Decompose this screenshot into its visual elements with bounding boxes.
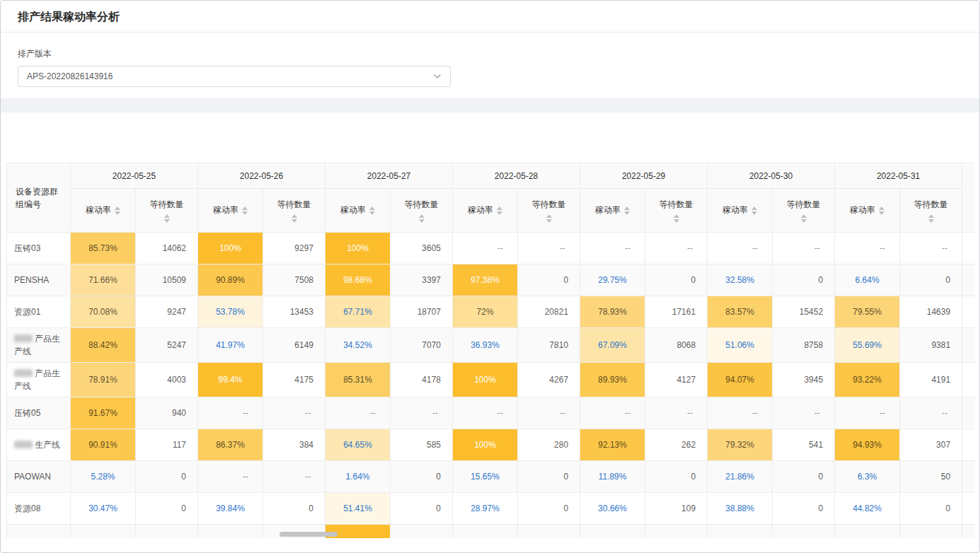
- wait-quantity-cell: 0: [263, 493, 325, 525]
- col-header-date: 2022-05-29: [580, 163, 708, 189]
- utilization-cell: 89.93%: [580, 363, 645, 397]
- utilization-cell: 55.69%: [835, 328, 900, 363]
- utilization-cell: 93.22%: [835, 363, 900, 397]
- col-header-rate[interactable]: 稼动率: [325, 189, 391, 233]
- col-header-rate[interactable]: 稼动率: [453, 189, 518, 233]
- utilization-cell: 100%: [453, 429, 518, 461]
- sort-icon[interactable]: [624, 206, 630, 215]
- utilization-cell: 53.78%: [198, 296, 263, 328]
- col-header-date: 2022-05-28: [453, 163, 580, 189]
- version-label: 排产版本: [18, 48, 962, 60]
- col-header-date: 2022-05-25: [71, 163, 198, 189]
- utilization-cell: 1.64%: [325, 461, 391, 493]
- overflow-cell: [962, 363, 975, 397]
- sort-icon[interactable]: [242, 206, 248, 215]
- sort-icon[interactable]: [751, 206, 757, 215]
- sort-icon[interactable]: [419, 214, 425, 223]
- utilization-table: 设备资源群组编号2022-05-252022-05-262022-05-2720…: [6, 163, 975, 538]
- page-title: 排产结果稼动率分析: [1, 1, 979, 26]
- col-header-rate[interactable]: 稼动率: [835, 189, 900, 233]
- utilization-cell: 5.28%: [71, 461, 136, 493]
- col-header-date: 2022-05-27: [325, 163, 453, 189]
- wait-quantity-cell: 50: [900, 461, 962, 493]
- utilization-cell: 92.13%: [580, 429, 645, 461]
- sort-icon[interactable]: [369, 206, 375, 215]
- col-header-rate[interactable]: 稼动率: [71, 189, 136, 233]
- wait-quantity-cell: 0: [518, 493, 580, 525]
- wait-quantity-cell: 0: [391, 461, 453, 493]
- col-header-rate[interactable]: 稼动率: [708, 189, 773, 233]
- utilization-cell: --: [835, 397, 900, 429]
- col-header-wait[interactable]: 等待数量: [645, 189, 708, 233]
- utilization-cell: --: [708, 233, 773, 264]
- wait-quantity-cell: 0: [900, 493, 962, 525]
- utilization-cell: 38.88%: [708, 493, 773, 525]
- row-header-device-group: 资源08: [7, 493, 71, 525]
- utilization-cell: 99.4%: [198, 363, 263, 397]
- utilization-cell: 30.47%: [71, 493, 136, 525]
- table-row: PAOWAN5.28%0----1.64%015.65%011.89%021.8…: [7, 461, 976, 493]
- sort-icon[interactable]: [928, 214, 934, 223]
- utilization-cell: 67.71%: [325, 296, 391, 328]
- wait-header-label: 等待数量: [150, 199, 184, 211]
- row-header-device-group: PAOWAN: [7, 461, 71, 493]
- wait-quantity-cell: 280: [518, 429, 580, 461]
- chevron-down-icon: [433, 72, 442, 81]
- wait-quantity-cell: 8758: [773, 328, 835, 363]
- col-header-wait[interactable]: 等待数量: [773, 189, 835, 233]
- col-header-wait[interactable]: 等待数量: [391, 189, 453, 233]
- utilization-cell: --: [198, 461, 263, 493]
- redacted-text: [14, 369, 33, 377]
- col-header-rate[interactable]: 稼动率: [580, 189, 645, 233]
- col-header-wait[interactable]: 等待数量: [518, 189, 580, 233]
- utilization-cell: 44.82%: [835, 493, 900, 525]
- horizontal-scrollbar[interactable]: [12, 532, 980, 537]
- overflow-cell: [962, 429, 975, 461]
- wait-quantity-cell: 7508: [263, 264, 325, 296]
- wait-header-label: 等待数量: [659, 199, 693, 211]
- sort-icon[interactable]: [164, 214, 170, 223]
- table-row: 压铸0591.67%940------------------------: [7, 397, 976, 429]
- wait-quantity-cell: 109: [645, 493, 708, 525]
- utilization-cell: --: [580, 233, 645, 264]
- sort-icon[interactable]: [674, 214, 679, 223]
- sort-icon[interactable]: [546, 214, 552, 223]
- utilization-cell: 28.97%: [453, 493, 518, 525]
- utilization-cell: 88.42%: [71, 328, 136, 363]
- version-select[interactable]: APS-20220826143916: [18, 66, 451, 87]
- col-header-wait[interactable]: 等待数量: [136, 189, 198, 233]
- wait-quantity-cell: 3945: [773, 363, 835, 397]
- sort-icon[interactable]: [801, 214, 807, 223]
- wait-quantity-cell: --: [263, 397, 325, 429]
- col-header-wait[interactable]: 等待数量: [900, 189, 962, 233]
- utilization-cell: 100%: [325, 233, 391, 264]
- col-header-rate[interactable]: 稼动率: [198, 189, 263, 233]
- wait-quantity-cell: --: [645, 397, 708, 429]
- col-header-overflow: [962, 163, 975, 233]
- wait-header-label: 等待数量: [532, 199, 566, 211]
- wait-quantity-cell: 4175: [263, 363, 325, 397]
- utilization-cell: 90.91%: [71, 429, 136, 461]
- wait-quantity-cell: 307: [900, 429, 962, 461]
- wait-quantity-cell: 0: [518, 461, 580, 493]
- scrollbar-thumb[interactable]: [279, 532, 338, 537]
- row-header-device-group: 压铸05: [7, 397, 71, 429]
- col-header-wait[interactable]: 等待数量: [263, 189, 325, 233]
- sort-icon[interactable]: [497, 206, 502, 215]
- row-header-device-group: 生产线: [7, 429, 71, 461]
- sort-icon[interactable]: [292, 214, 297, 223]
- overflow-cell: [962, 296, 975, 328]
- utilization-cell: --: [453, 233, 518, 264]
- sort-icon[interactable]: [879, 206, 884, 215]
- utilization-cell: 94.93%: [835, 429, 900, 461]
- table-row: 产品生产线78.91%400399.4%417585.31%4178100%42…: [7, 363, 976, 397]
- wait-quantity-cell: --: [900, 397, 962, 429]
- wait-quantity-cell: --: [518, 233, 580, 264]
- wait-quantity-cell: 14062: [136, 233, 198, 264]
- sort-icon[interactable]: [115, 206, 120, 215]
- utilization-cell: 71.66%: [71, 264, 136, 296]
- wait-quantity-cell: 7070: [391, 328, 453, 363]
- col-header-date: 2022-05-26: [198, 163, 325, 189]
- utilization-cell: 51.41%: [325, 493, 391, 525]
- wait-quantity-cell: 13453: [263, 296, 325, 328]
